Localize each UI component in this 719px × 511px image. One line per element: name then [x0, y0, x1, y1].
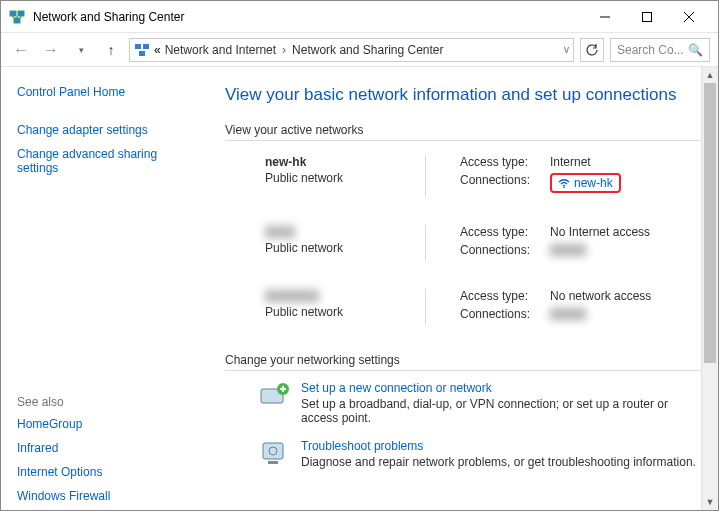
title-bar: Network and Sharing Center — [1, 1, 718, 33]
search-icon: 🔍 — [688, 43, 703, 57]
connection-name: new-hk — [574, 176, 613, 190]
network-type: Public network — [265, 171, 425, 185]
back-button[interactable]: ← — [9, 38, 33, 62]
svg-rect-1 — [18, 11, 24, 16]
setup-connection-item: Set up a new connection or network Set u… — [259, 381, 704, 425]
vertical-scrollbar[interactable]: ▲ ▼ — [701, 67, 718, 510]
infrared-link[interactable]: Infrared — [17, 441, 195, 455]
divider — [225, 370, 704, 371]
svg-rect-11 — [268, 461, 278, 464]
change-advanced-sharing-link[interactable]: Change advanced sharing settings — [17, 147, 195, 175]
see-also-label: See also — [17, 395, 195, 409]
troubleshoot-desc: Diagnose and repair network problems, or… — [301, 455, 696, 469]
refresh-button[interactable] — [580, 38, 604, 62]
network-name: xxxxxxxxx — [265, 289, 425, 303]
network-type: Public network — [265, 241, 425, 255]
minimize-button[interactable] — [584, 3, 626, 31]
location-icon — [134, 42, 150, 58]
breadcrumb-prefix: « — [154, 43, 161, 57]
network-name: xxxxx — [265, 225, 425, 239]
troubleshoot-item: Troubleshoot problems Diagnose and repai… — [259, 439, 704, 469]
breadcrumb-separator: › — [282, 43, 286, 57]
network-type: Public network — [265, 305, 425, 319]
maximize-button[interactable] — [626, 3, 668, 31]
main-content: View your basic network information and … — [211, 67, 718, 510]
forward-button: → — [39, 38, 63, 62]
svg-rect-4 — [135, 44, 141, 49]
app-icon — [9, 9, 25, 25]
connections-label: Connections: — [460, 173, 550, 193]
address-bar[interactable]: « Network and Internet › Network and Sha… — [129, 38, 574, 62]
wifi-icon — [558, 177, 570, 189]
svg-rect-0 — [10, 11, 16, 16]
svg-rect-5 — [143, 44, 149, 49]
control-panel-home-link[interactable]: Control Panel Home — [17, 85, 195, 99]
access-type-label: Access type: — [460, 289, 550, 303]
search-input[interactable]: Search Co... 🔍 — [610, 38, 710, 62]
change-settings-label: Change your networking settings — [225, 353, 704, 367]
windows-firewall-link[interactable]: Windows Firewall — [17, 489, 195, 503]
window-title: Network and Sharing Center — [33, 10, 584, 24]
internet-options-link[interactable]: Internet Options — [17, 465, 195, 479]
recent-dropdown[interactable]: ▾ — [69, 38, 93, 62]
connection-link[interactable]: xxxxxx — [550, 243, 586, 257]
access-type-value: Internet — [550, 155, 591, 169]
svg-point-7 — [563, 187, 565, 189]
close-button[interactable] — [668, 3, 710, 31]
setup-connection-desc: Set up a broadband, dial-up, or VPN conn… — [301, 397, 704, 425]
divider — [225, 140, 704, 141]
breadcrumb-item[interactable]: Network and Sharing Center — [292, 43, 443, 57]
troubleshoot-icon — [259, 439, 291, 467]
network-item: xxxxxxxxx Public network Access type: No… — [225, 289, 704, 325]
troubleshoot-link[interactable]: Troubleshoot problems — [301, 439, 696, 453]
network-item: new-hk Public network Access type: Inter… — [225, 155, 704, 197]
access-type-label: Access type: — [460, 155, 550, 169]
setup-connection-icon — [259, 381, 291, 409]
svg-rect-10 — [263, 443, 283, 459]
network-name: new-hk — [265, 155, 425, 169]
access-type-label: Access type: — [460, 225, 550, 239]
connections-label: Connections: — [460, 307, 550, 321]
svg-rect-6 — [139, 51, 145, 56]
connection-link[interactable]: new-hk — [558, 176, 613, 190]
highlight-box: new-hk — [550, 173, 621, 193]
search-placeholder: Search Co... — [617, 43, 684, 57]
scrollbar-thumb[interactable] — [704, 83, 716, 363]
svg-rect-2 — [14, 18, 20, 23]
homegroup-link[interactable]: HomeGroup — [17, 417, 195, 431]
network-item: xxxxx Public network Access type: No Int… — [225, 225, 704, 261]
page-heading: View your basic network information and … — [225, 85, 704, 105]
sidebar: Control Panel Home Change adapter settin… — [1, 67, 211, 510]
connections-label: Connections: — [460, 243, 550, 257]
change-adapter-link[interactable]: Change adapter settings — [17, 123, 195, 137]
nav-bar: ← → ▾ ↑ « Network and Internet › Network… — [1, 33, 718, 67]
connection-link[interactable]: xxxxxx — [550, 307, 586, 321]
access-type-value: No Internet access — [550, 225, 650, 239]
up-button[interactable]: ↑ — [99, 38, 123, 62]
access-type-value: No network access — [550, 289, 651, 303]
scroll-down-arrow[interactable]: ▼ — [702, 494, 718, 510]
setup-connection-link[interactable]: Set up a new connection or network — [301, 381, 704, 395]
address-dropdown-icon[interactable]: v — [564, 44, 569, 55]
svg-rect-3 — [643, 12, 652, 21]
active-networks-label: View your active networks — [225, 123, 704, 137]
breadcrumb-item[interactable]: Network and Internet — [165, 43, 276, 57]
scroll-up-arrow[interactable]: ▲ — [702, 67, 718, 83]
